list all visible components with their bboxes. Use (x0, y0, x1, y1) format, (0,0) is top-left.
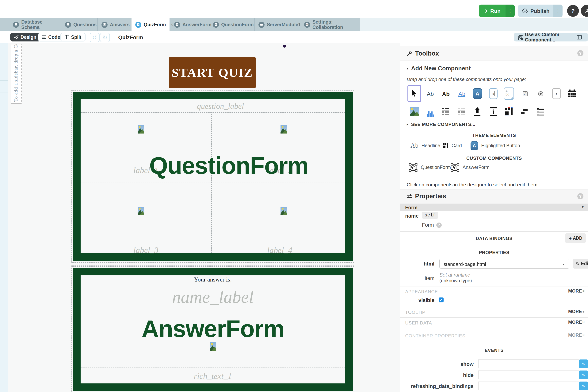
editor-toolbar: Design Code Split ↺ ↻ QuizForm Use as Cu… (0, 31, 588, 43)
theme-card-item[interactable]: Card (443, 139, 462, 152)
component-button[interactable]: A (471, 85, 484, 102)
component-datepicker[interactable] (565, 85, 579, 102)
tab-answers[interactable]: Answers (97, 18, 131, 31)
question-label-placeholder[interactable]: question_label (88, 102, 353, 111)
appearance-more-link[interactable]: MORE» (568, 288, 585, 294)
label-placeholder[interactable]: label_4 (214, 245, 345, 255)
theme-highlighted-button-item[interactable]: A Highlighted Button (471, 139, 520, 152)
rich-text-placeholder[interactable]: rich_text_1 (81, 371, 345, 381)
event-show-input[interactable] (478, 360, 579, 368)
component-datarowpanel[interactable] (455, 104, 469, 120)
answerform-component[interactable]: Your answer is: name_label AnswerForm ri… (73, 268, 353, 391)
properties-help-icon[interactable]: ? (577, 193, 584, 199)
event-hide-input[interactable] (478, 370, 579, 379)
custom-component-questionform[interactable]: QuestionForm (409, 160, 451, 174)
component-textbox[interactable]: a (487, 85, 500, 102)
divider (400, 342, 588, 342)
component-textarea[interactable]: abd (502, 85, 516, 102)
start-quiz-button[interactable]: START QUIZ (169, 57, 256, 88)
answer-heading-label[interactable]: Your answer is: (81, 276, 345, 283)
tooltip-more-link[interactable]: MORE» (568, 309, 585, 314)
column-panel-icon (505, 107, 513, 117)
panel-toggle-button[interactable] (575, 33, 583, 42)
pointer-icon (411, 90, 417, 98)
component-link[interactable]: Ab (455, 85, 469, 102)
user-data-more-link[interactable]: MORE» (568, 320, 585, 325)
split-view-button[interactable]: Split (60, 33, 85, 42)
publish-menu-button[interactable]: ⋮ (554, 4, 563, 17)
sidebar-drop-zone[interactable]: To add a sidebar, drop a ColumnPanel her… (11, 44, 22, 104)
name-label-placeholder[interactable]: name_label (81, 287, 345, 307)
select-chevron-icon: ⌄ (562, 260, 566, 266)
theme-headline-item[interactable]: Ab Headline (410, 139, 440, 152)
tab-servermodule1[interactable]: ServerModule1 (254, 18, 299, 31)
drop-zone-line[interactable] (71, 265, 354, 266)
tab-quizform-active[interactable]: QuizForm × (131, 18, 170, 31)
divider (400, 153, 588, 153)
component-checkbox[interactable]: ✓ (518, 85, 532, 102)
tab-label: QuestionForm (221, 22, 254, 27)
double-chevron-icon: » (582, 334, 586, 336)
design-view-button[interactable]: Design (10, 33, 40, 42)
calendar-icon (568, 89, 577, 98)
image-placeholder-icon[interactable] (281, 125, 287, 134)
code-icon (42, 35, 46, 39)
drop-zone-line[interactable] (71, 262, 354, 263)
account-button[interactable] (581, 5, 588, 17)
click-hint-text: Click on components in the designer to s… (407, 182, 582, 188)
custom-component-answerform[interactable]: AnswerForm (450, 160, 490, 174)
tab-questions[interactable]: Questions (61, 18, 97, 31)
image-placeholder-icon[interactable] (138, 207, 144, 215)
textarea-glyph-b: bd (506, 92, 509, 96)
tab-answerform[interactable]: AnswerForm (170, 18, 208, 31)
tab-settings-collaboration[interactable]: ⚙ Settings: Collaboration (300, 18, 360, 31)
toolbox-help-icon[interactable]: ? (577, 50, 584, 56)
component-columnpanel[interactable] (502, 104, 516, 120)
add-new-component-section-toggle[interactable]: ▾ Add New Component (407, 65, 471, 72)
component-plot[interactable] (423, 104, 437, 120)
undo-button[interactable]: ↺ (90, 33, 100, 42)
tab-questionform[interactable]: QuestionForm (209, 18, 254, 31)
component-repeatingpanel[interactable] (534, 104, 547, 120)
container-properties-section-label: CONTAINER PROPERTIES (405, 333, 465, 338)
image-placeholder-icon[interactable] (138, 125, 144, 134)
label-placeholder[interactable]: label_3 (81, 245, 211, 255)
see-more-components-toggle[interactable]: ▸ SEE MORE COMPONENTS... (407, 122, 476, 127)
image-placeholder-icon[interactable] (281, 207, 287, 215)
form-icon (213, 22, 219, 28)
add-data-binding-button[interactable]: + ADD (565, 233, 586, 243)
edit-html-button[interactable]: ✎ Edit (573, 259, 588, 268)
database-icon (65, 22, 71, 28)
event-show-go-button[interactable]: » (579, 360, 588, 368)
component-spacer[interactable] (487, 104, 500, 120)
event-hide-go-button[interactable]: » (579, 370, 588, 379)
component-datagrid[interactable] (439, 104, 453, 120)
component-image[interactable] (407, 104, 421, 120)
publish-button[interactable]: Publish ⋮ (518, 4, 563, 17)
visible-checkbox[interactable]: ✓ (439, 298, 444, 302)
run-menu-button[interactable]: ⋮ (506, 4, 515, 17)
event-refreshing-data-bindings-input[interactable] (478, 382, 579, 390)
component-fileloader[interactable] (471, 104, 484, 120)
event-refreshing-data-bindings-go-button[interactable]: » (579, 382, 588, 390)
question-help-icon[interactable]: ? (436, 222, 441, 228)
image-placeholder-icon[interactable] (210, 342, 216, 351)
html-select[interactable]: standard-page.html ⌄ (439, 259, 569, 268)
name-property-value[interactable]: self (422, 212, 438, 219)
component-radiobutton[interactable] (534, 85, 547, 102)
component-flowpanel[interactable] (518, 104, 532, 120)
component-dropdown[interactable]: ▼ (550, 85, 563, 102)
visible-property-label: visible (405, 298, 434, 303)
component-headline[interactable]: Ab (439, 85, 453, 102)
component-selector[interactable]: Form ▼ (400, 204, 588, 211)
help-button[interactable]: ? (567, 5, 579, 17)
redo-button[interactable]: ↻ (100, 33, 110, 42)
component-pointer[interactable] (407, 85, 421, 102)
tab-database-schema[interactable]: Database Schema (9, 18, 60, 31)
questionform-component[interactable]: question_label label_1 label_2 label_3 l… (73, 92, 353, 261)
run-button[interactable]: Run ⋮ (479, 4, 515, 17)
cell-divider (81, 367, 345, 368)
container-properties-more-link[interactable]: MORE» (568, 332, 585, 338)
component-label[interactable]: Ab (423, 85, 437, 102)
design-canvas[interactable]: To add a sidebar, drop a ColumnPanel her… (0, 43, 400, 392)
